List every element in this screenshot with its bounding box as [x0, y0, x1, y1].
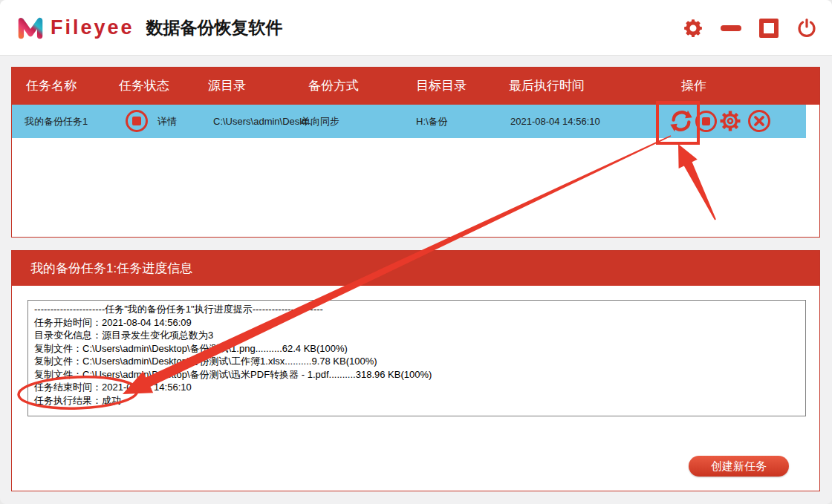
cell-backup-mode: 单向同步	[301, 105, 339, 138]
log-line: 复制文件：C:\Users\admin\Desktop\备份测试\工作簿1.xl…	[34, 355, 799, 368]
power-icon	[796, 17, 818, 39]
delete-task-button[interactable]	[747, 108, 772, 134]
run-sync-button[interactable]	[669, 108, 694, 134]
log-line: ----------------------任务"我的备份任务1"执行进度提示-…	[34, 303, 799, 316]
progress-panel: 我的备份任务1:任务进度信息 ----------------------任务"…	[11, 250, 820, 491]
task-settings-button[interactable]	[718, 108, 743, 134]
col-operations: 操作	[681, 68, 706, 105]
maximize-icon	[759, 19, 779, 38]
gear-icon	[682, 17, 704, 39]
sync-icon	[669, 108, 694, 134]
stop-task-button[interactable]	[693, 108, 718, 134]
log-line: 任务开始时间：2021-08-04 14:56:09	[34, 316, 799, 330]
col-task-status: 任务状态	[119, 68, 169, 105]
col-task-name: 任务名称	[26, 68, 77, 105]
log-line-result: 任务执行结果：成功	[34, 394, 799, 408]
settings-button[interactable]	[681, 16, 705, 40]
title-bar: Fileyee 数据备份恢复软件	[0, 0, 832, 56]
create-task-button[interactable]: 创建新任务	[689, 456, 789, 477]
power-button[interactable]	[795, 16, 819, 40]
progress-panel-title: 我的备份任务1:任务进度信息	[12, 251, 819, 286]
gear-icon	[718, 108, 743, 134]
cell-task-name: 我的备份任务1	[25, 105, 88, 138]
maximize-button[interactable]	[757, 16, 781, 40]
col-last-run: 最后执行时间	[509, 68, 585, 105]
titlebar-buttons	[681, 0, 819, 56]
close-icon	[747, 108, 772, 134]
minimize-icon	[721, 25, 741, 31]
task-table-header: 任务名称 任务状态 源目录 备份方式 目标目录 最后执行时间 操作	[12, 68, 819, 105]
table-row[interactable]: 我的备份任务1 详情 C:\Users\admin\Deskt... 单向同步 …	[12, 105, 806, 138]
task-table: 任务名称 任务状态 源目录 备份方式 目标目录 最后执行时间 操作 我的备份任务…	[11, 67, 820, 238]
fileyee-logo-icon	[15, 12, 46, 43]
minimize-button[interactable]	[719, 16, 743, 40]
task-log-box[interactable]: ----------------------任务"我的备份任务1"执行进度提示-…	[27, 300, 806, 416]
log-line: 任务结束时间：2021-08-04 14:56:10	[34, 381, 799, 394]
brand-name: Fileyee	[51, 16, 134, 39]
stop-icon	[695, 111, 717, 132]
col-source-dir: 源目录	[208, 68, 246, 105]
cell-target-dir: H:\备份	[416, 105, 448, 138]
cell-last-run: 2021-08-04 14:56:10	[510, 105, 600, 138]
log-line: 复制文件：C:\Users\admin\Desktop\备份测试\迅米PDF转换…	[34, 368, 799, 382]
app-title: 数据备份恢复软件	[146, 16, 283, 39]
app-window: Fileyee 数据备份恢复软件 任务名称	[0, 0, 832, 504]
col-backup-mode: 备份方式	[308, 68, 359, 105]
detail-link[interactable]: 详情	[157, 105, 177, 138]
cell-source-dir: C:\Users\admin\Deskt...	[213, 105, 315, 138]
col-target-dir: 目标目录	[416, 68, 467, 105]
log-line: 复制文件：C:\Users\admin\Desktop\备份测试\1.png..…	[34, 342, 799, 356]
log-line: 目录变化信息：源目录发生变化项总数为3	[34, 329, 799, 342]
stop-status-icon	[126, 110, 148, 132]
